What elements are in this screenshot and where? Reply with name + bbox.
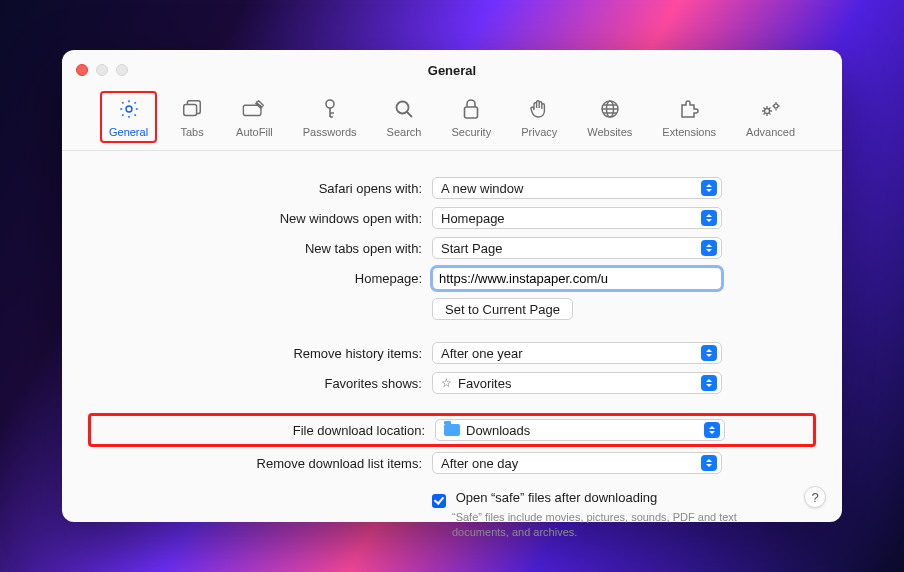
toolbar-tab-autofill[interactable]: AutoFill	[232, 94, 277, 140]
svg-rect-5	[465, 107, 478, 118]
toolbar-tab-security[interactable]: Security	[447, 94, 495, 140]
homepage-field[interactable]	[432, 267, 722, 290]
minimize-window-button[interactable]	[96, 64, 108, 76]
help-button[interactable]: ?	[804, 486, 826, 508]
chevron-updown-icon	[701, 210, 717, 226]
close-window-button[interactable]	[76, 64, 88, 76]
search-icon	[390, 96, 418, 122]
toolbar-tab-privacy[interactable]: Privacy	[517, 94, 561, 140]
svg-point-4	[397, 102, 409, 114]
svg-point-8	[764, 109, 769, 114]
chevron-updown-icon	[701, 240, 717, 256]
chevron-updown-icon	[704, 422, 720, 438]
svg-point-0	[126, 106, 132, 112]
toolbar-tab-extensions[interactable]: Extensions	[658, 94, 720, 140]
open-safe-files-checkbox-row[interactable]: Open “safe” files after downloading	[432, 490, 752, 506]
label-new-windows: New windows open with:	[92, 211, 432, 226]
gear-icon	[115, 96, 143, 122]
remove-download-list-select[interactable]: After one day	[432, 452, 722, 474]
toolbar-label: Websites	[587, 126, 632, 138]
hand-icon	[525, 96, 553, 122]
toolbar-label: Extensions	[662, 126, 716, 138]
svg-point-3	[326, 100, 334, 108]
zoom-window-button[interactable]	[116, 64, 128, 76]
toolbar-label: General	[109, 126, 148, 138]
puzzle-icon	[675, 96, 703, 122]
toolbar-label: Privacy	[521, 126, 557, 138]
chevron-updown-icon	[701, 455, 717, 471]
chevron-updown-icon	[701, 345, 717, 361]
toolbar-tab-general[interactable]: General	[105, 94, 152, 140]
preferences-toolbar: General Tabs AutoFill Passwords Searc	[62, 90, 842, 151]
set-to-current-page-button[interactable]: Set to Current Page	[432, 298, 573, 320]
file-download-location-select[interactable]: Downloads	[435, 419, 725, 441]
window-title: General	[62, 63, 842, 78]
open-safe-files-label: Open “safe” files after downloading	[456, 490, 658, 505]
key-icon	[316, 96, 344, 122]
favorites-shows-select[interactable]: ☆Favorites	[432, 372, 722, 394]
toolbar-tab-tabs[interactable]: Tabs	[174, 94, 210, 140]
safari-opens-with-select[interactable]: A new window	[432, 177, 722, 199]
label-new-tabs: New tabs open with:	[92, 241, 432, 256]
open-safe-files-checkbox[interactable]	[432, 494, 446, 508]
globe-icon	[596, 96, 624, 122]
chevron-updown-icon	[701, 180, 717, 196]
toolbar-label: Passwords	[303, 126, 357, 138]
label-remove-history: Remove history items:	[92, 346, 432, 361]
label-homepage: Homepage:	[92, 271, 432, 286]
label-remove-download-list: Remove download list items:	[92, 456, 432, 471]
toolbar-tab-search[interactable]: Search	[383, 94, 426, 140]
toolbar-label: AutoFill	[236, 126, 273, 138]
tabs-icon	[178, 96, 206, 122]
star-icon: ☆	[441, 376, 452, 390]
lock-icon	[457, 96, 485, 122]
window-controls	[76, 64, 128, 76]
content-area: Safari opens with: A new window New wind…	[62, 151, 842, 558]
toolbar-label: Search	[387, 126, 422, 138]
pencil-icon	[240, 96, 268, 122]
new-tabs-open-with-select[interactable]: Start Page	[432, 237, 722, 259]
toolbar-label: Security	[451, 126, 491, 138]
titlebar: General	[62, 50, 842, 90]
annotation-highlight-general: General	[100, 91, 157, 143]
svg-rect-1	[184, 104, 197, 115]
annotation-highlight-download-location: File download location: Downloads	[88, 413, 816, 447]
toolbar-tab-passwords[interactable]: Passwords	[299, 94, 361, 140]
toolbar-label: Tabs	[180, 126, 203, 138]
label-favorites-shows: Favorites shows:	[92, 376, 432, 391]
gears-icon	[757, 96, 785, 122]
toolbar-tab-advanced[interactable]: Advanced	[742, 94, 799, 140]
label-safari-opens-with: Safari opens with:	[92, 181, 432, 196]
remove-history-select[interactable]: After one year	[432, 342, 722, 364]
open-safe-files-hint: “Safe” files include movies, pictures, s…	[432, 510, 752, 541]
toolbar-label: Advanced	[746, 126, 795, 138]
label-file-download-location: File download location:	[95, 423, 435, 438]
svg-point-9	[774, 104, 778, 108]
preferences-window: General General Tabs AutoFill	[62, 50, 842, 522]
new-windows-open-with-select[interactable]: Homepage	[432, 207, 722, 229]
toolbar-tab-websites[interactable]: Websites	[583, 94, 636, 140]
chevron-updown-icon	[701, 375, 717, 391]
folder-icon	[444, 424, 460, 436]
